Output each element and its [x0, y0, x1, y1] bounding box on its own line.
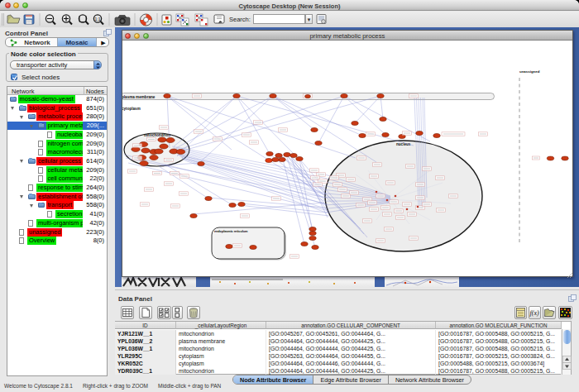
svg-text:endoplasmic reticulum: endoplasmic reticulum — [214, 229, 248, 233]
svg-text:unassigned: unassigned — [519, 69, 540, 74]
svg-text:1:1: 1:1 — [95, 17, 101, 22]
svg-text:plasma membrane: plasma membrane — [122, 95, 156, 99]
svg-text:f(x): f(x) — [530, 309, 539, 317]
svg-text:mitochondrion: mitochondrion — [144, 133, 170, 137]
svg-text:cytoplasm: cytoplasm — [122, 107, 141, 111]
